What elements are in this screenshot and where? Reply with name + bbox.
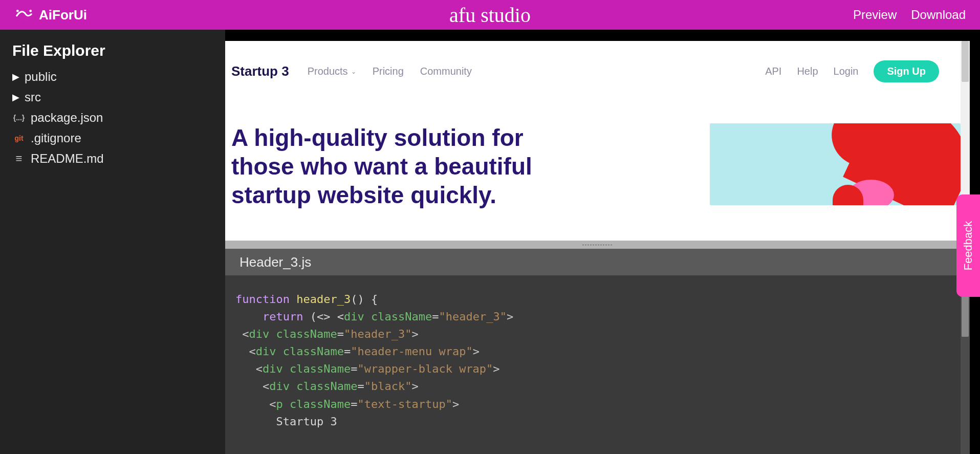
file-readme[interactable]: ≡ README.md: [12, 148, 213, 169]
chevron-right-icon: ▶: [12, 92, 19, 103]
feedback-tab[interactable]: Feedback: [956, 194, 980, 297]
file-explorer-title: File Explorer: [12, 42, 213, 59]
chevron-down-icon: ⌄: [351, 68, 356, 75]
menu-pricing[interactable]: Pricing: [373, 66, 404, 77]
menu-label: Pricing: [373, 66, 404, 77]
folder-label: src: [25, 90, 41, 104]
preview-scrollbar-thumb[interactable]: [962, 41, 969, 82]
file-label: .gitignore: [31, 131, 81, 145]
main: File Explorer ▶ public ▶ src {...} packa…: [0, 30, 980, 454]
preview-menu: Products ⌄ Pricing Community: [308, 66, 472, 77]
markdown-icon: ≡: [12, 152, 26, 165]
brand[interactable]: AiForUi: [14, 6, 87, 24]
menu-community[interactable]: Community: [420, 66, 472, 77]
link-api[interactable]: API: [765, 66, 781, 77]
svg-point-0: [16, 9, 19, 12]
brand-text: AiForUi: [39, 7, 87, 23]
file-gitignore[interactable]: git .gitignore: [12, 128, 213, 148]
editor-tabbar: Header_3.js: [225, 249, 970, 275]
folder-public[interactable]: ▶ public: [12, 67, 213, 87]
code-editor[interactable]: function header_3() { return (<> <div cl…: [225, 275, 970, 454]
hero-headline: A high-quality solution for those who wa…: [231, 123, 559, 209]
code-block: function header_3() { return (<> <div cl…: [235, 291, 960, 430]
svg-point-1: [29, 9, 32, 12]
git-icon: git: [12, 134, 26, 142]
preview-panel: Startup 3 Products ⌄ Pricing Community A…: [225, 41, 970, 241]
json-icon: {...}: [12, 114, 26, 122]
file-label: README.md: [31, 152, 104, 166]
folder-src[interactable]: ▶ src: [12, 87, 213, 107]
editor-tab[interactable]: Header_3.js: [239, 254, 311, 270]
preview-link[interactable]: Preview: [853, 8, 897, 22]
menu-label: Community: [420, 66, 472, 77]
preview-brand[interactable]: Startup 3: [231, 63, 289, 79]
file-explorer: File Explorer ▶ public ▶ src {...} packa…: [0, 30, 225, 454]
brand-icon: [14, 6, 34, 24]
file-label: package.json: [31, 111, 103, 125]
feedback-label: Feedback: [962, 221, 975, 271]
split-dashes: ------------: [582, 241, 613, 248]
file-package-json[interactable]: {...} package.json: [12, 107, 213, 128]
chevron-right-icon: ▶: [12, 71, 19, 82]
workspace: Startup 3 Products ⌄ Pricing Community A…: [225, 30, 980, 454]
studio-title: afu studio: [449, 3, 531, 27]
link-login[interactable]: Login: [834, 66, 859, 77]
menu-products[interactable]: Products ⌄: [308, 66, 356, 77]
signup-button[interactable]: Sign Up: [874, 60, 939, 82]
topbar: AiForUi afu studio Preview Download: [0, 0, 980, 30]
preview-navbar: Startup 3 Products ⌄ Pricing Community A…: [225, 41, 970, 82]
hero-image: [710, 123, 961, 205]
link-help[interactable]: Help: [797, 66, 818, 77]
preview-hero: A high-quality solution for those who wa…: [225, 82, 970, 209]
split-handle[interactable]: ------------: [225, 241, 970, 249]
folder-label: public: [25, 70, 57, 84]
menu-label: Products: [308, 66, 348, 77]
topbar-actions: Preview Download: [853, 8, 966, 22]
download-link[interactable]: Download: [911, 8, 966, 22]
editor-scrollbar[interactable]: [961, 275, 970, 454]
preview-right-nav: API Help Login Sign Up: [765, 60, 939, 82]
